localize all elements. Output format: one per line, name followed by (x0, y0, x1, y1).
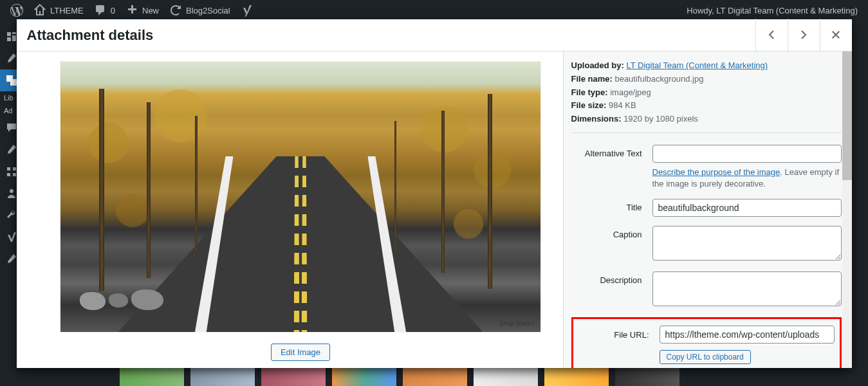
file-size-label: File size: (571, 100, 607, 110)
caption-label: Caption (571, 226, 642, 239)
alt-text-help: Describe the purpose of the image. Leave… (652, 167, 842, 190)
modal-header: Attachment details (17, 19, 852, 51)
uploaded-by-link[interactable]: LT Digital Team (Content & Marketing) (626, 60, 768, 70)
alt-text-label: Alternative Text (571, 145, 642, 158)
attachment-details-panel: Uploaded by: LT Digital Team (Content & … (563, 51, 852, 368)
blog2social-label: Blog2Social (186, 6, 230, 15)
admin-bar: LTHEME 0 New Blog2Social Howdy, LT Digit… (0, 0, 868, 21)
refresh-icon (169, 4, 182, 17)
close-button[interactable] (820, 19, 852, 51)
comment-icon (94, 4, 107, 17)
alt-text-input[interactable] (652, 145, 842, 163)
chevron-left-icon (764, 27, 779, 42)
title-label: Title (571, 199, 642, 212)
image-signature: Dilip Koetri (500, 319, 534, 327)
alt-help-link[interactable]: Describe the purpose of the image (652, 167, 780, 177)
modal-title: Attachment details (27, 19, 154, 51)
description-label: Description (571, 271, 642, 285)
previous-button[interactable] (755, 19, 788, 51)
howdy-text: Howdy, LT Digital Team (Content & Market… (687, 6, 858, 15)
scrollbar-thumb[interactable] (842, 51, 852, 180)
site-name-link[interactable]: LTHEME (28, 0, 89, 21)
file-name-label: File name: (571, 74, 613, 84)
chevron-right-icon (796, 27, 811, 42)
wordpress-icon (10, 4, 23, 17)
dimensions-label: Dimensions: (571, 114, 622, 124)
uploaded-by-label: Uploaded by: (571, 60, 624, 70)
home-icon (33, 4, 46, 17)
blog2social-link[interactable]: Blog2Social (164, 0, 235, 21)
attachment-meta: Uploaded by: LT Digital Team (Content & … (571, 59, 842, 126)
edit-image-button[interactable]: Edit Image (271, 344, 330, 361)
image-preview: Dilip Koetri (60, 62, 540, 332)
comments-link[interactable]: 0 (89, 0, 120, 21)
dimensions-value: 1920 by 1080 pixels (623, 114, 698, 124)
next-button[interactable] (788, 19, 820, 51)
attachment-details-modal: Attachment details (17, 19, 852, 368)
file-url-input[interactable] (660, 326, 835, 344)
file-type-label: File type: (571, 87, 608, 97)
yoast-icon (241, 4, 254, 17)
file-name-value: beautifulbackground.jpg (614, 74, 703, 84)
caption-input[interactable] (652, 226, 842, 261)
plus-icon (125, 4, 138, 17)
image-preview-panel: Dilip Koetri Edit Image (17, 51, 563, 368)
description-input[interactable] (652, 271, 842, 306)
site-name-text: LTHEME (50, 6, 84, 15)
file-url-label: File URL: (578, 330, 649, 340)
title-input[interactable] (652, 199, 842, 217)
new-label: New (142, 6, 159, 15)
yoast-link[interactable] (235, 0, 259, 21)
file-size-value: 984 KB (609, 100, 636, 110)
comment-count: 0 (111, 6, 115, 15)
modal-scrollbar[interactable] (842, 51, 852, 368)
wp-logo[interactable] (5, 0, 28, 21)
close-icon (830, 29, 842, 41)
new-content-link[interactable]: New (120, 0, 164, 21)
copy-url-button[interactable]: Copy URL to clipboard (660, 350, 751, 364)
file-url-highlight-box: File URL: Copy URL to clipboard (571, 317, 842, 368)
howdy-user[interactable]: Howdy, LT Digital Team (Content & Market… (681, 0, 863, 21)
file-type-value: image/jpeg (610, 87, 651, 97)
modal-overlay: Attachment details (0, 19, 868, 386)
meta-divider (571, 133, 842, 133)
